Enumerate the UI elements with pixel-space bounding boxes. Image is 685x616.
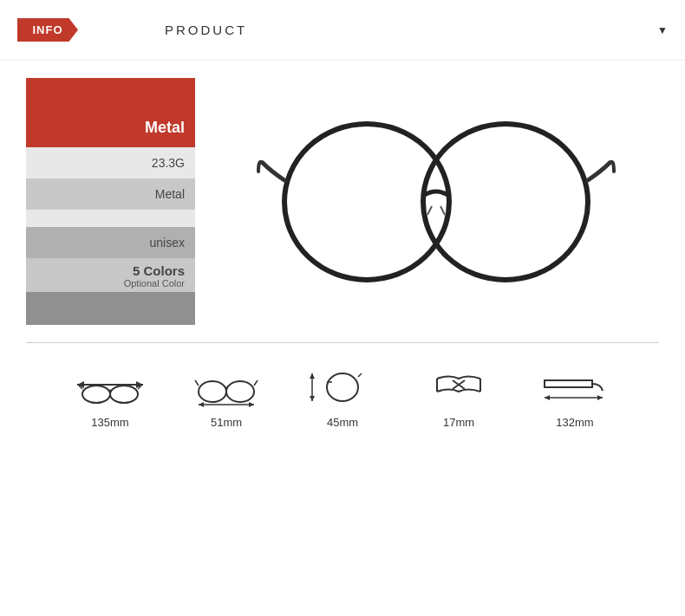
dim-value-height: 45mm — [327, 416, 358, 429]
svg-marker-17 — [249, 402, 254, 407]
dim-value-nose: 17mm — [443, 416, 474, 429]
header: INFO PRODUCT ▼ — [0, 0, 685, 61]
bottom-bar — [26, 292, 195, 325]
svg-line-3 — [440, 206, 445, 215]
dim-icon-width — [75, 359, 145, 411]
dim-item-height: 45mm — [284, 359, 401, 429]
dim-value-arm: 132mm — [556, 416, 593, 429]
dim-item-nose: 17mm — [401, 359, 517, 429]
dropdown-arrow[interactable]: ▼ — [657, 24, 668, 36]
svg-point-7 — [82, 386, 110, 403]
dim-value-width: 135mm — [91, 416, 128, 429]
spacer-row — [26, 210, 195, 227]
svg-line-14 — [254, 380, 258, 386]
svg-line-23 — [358, 373, 362, 377]
main-content: Metal 23.3G Metal unisex 5 Colors Option… — [0, 61, 685, 342]
weight-row: 23.3G — [26, 147, 195, 178]
material-row: Metal — [26, 178, 195, 210]
svg-marker-21 — [310, 396, 315, 401]
svg-point-18 — [327, 373, 358, 401]
info-badge: INFO — [17, 18, 78, 42]
dim-item-front: 51mm — [168, 359, 284, 429]
svg-rect-28 — [545, 380, 592, 387]
svg-marker-31 — [597, 395, 603, 400]
dim-icon-arm — [540, 359, 610, 411]
dim-icon-height — [308, 359, 377, 411]
svg-line-2 — [427, 206, 432, 215]
colors-count: 5 Colors — [36, 263, 185, 278]
dim-icon-nose — [424, 359, 493, 411]
colors-sub: Optional Color — [36, 278, 185, 289]
dimensions-row: 135mm 51mm — [52, 352, 633, 429]
dim-item-arm: 132mm — [517, 359, 633, 429]
svg-marker-16 — [199, 402, 204, 407]
gender-row: unisex — [26, 227, 195, 258]
info-panel: Metal 23.3G Metal unisex 5 Colors Option… — [26, 78, 195, 325]
svg-line-13 — [195, 380, 199, 386]
glasses-image — [254, 102, 618, 302]
svg-marker-30 — [545, 395, 550, 400]
svg-point-8 — [110, 386, 138, 403]
svg-marker-20 — [310, 373, 315, 379]
dimensions-section: 135mm 51mm — [26, 342, 659, 438]
dim-item-width: 135mm — [52, 359, 168, 429]
svg-point-11 — [199, 381, 226, 402]
svg-point-12 — [226, 381, 254, 402]
product-label: PRODUCT — [165, 23, 247, 37]
dim-icon-front — [192, 359, 261, 411]
dim-value-front: 51mm — [211, 416, 242, 429]
colors-block: 5 Colors Optional Color — [26, 258, 195, 292]
product-image-area — [212, 78, 659, 325]
material-title: Metal — [26, 78, 195, 147]
